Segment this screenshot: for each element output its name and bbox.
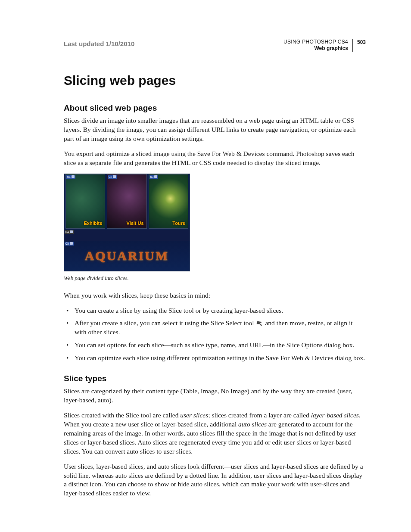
slice-04: 04 bbox=[64, 230, 190, 241]
header-divider bbox=[352, 39, 353, 52]
slice-tag-04: 04 bbox=[65, 230, 74, 234]
heading-slice-types: Slice types bbox=[64, 374, 366, 383]
slice-01: 01 Exhibits bbox=[65, 174, 105, 229]
slice-label-exhibits: Exhibits bbox=[84, 221, 103, 226]
slice-tag-01: 01 bbox=[66, 175, 75, 179]
slice-label-visit: Visit Us bbox=[127, 221, 144, 226]
bullet-2a: After you create a slice, you can select… bbox=[75, 319, 256, 327]
page-number: 503 bbox=[357, 39, 366, 52]
slice-tag-05: 05 bbox=[65, 242, 74, 246]
em-auto-slices: auto slices bbox=[238, 420, 267, 428]
page-title: Slicing web pages bbox=[64, 73, 366, 88]
doc-section: Web graphics bbox=[283, 45, 348, 52]
figure-image: 01 Exhibits 02 Visit Us 03 Tours 04 05 A… bbox=[64, 174, 190, 271]
doc-title: USING PHOTOSHOP CS4 bbox=[283, 39, 348, 45]
slice-tag-02: 02 bbox=[108, 175, 117, 179]
header-meta: USING PHOTOSHOP CS4 Web graphics bbox=[283, 39, 348, 52]
em-layer-based-slices: layer-based slices bbox=[311, 411, 359, 419]
slice-select-tool-icon bbox=[256, 320, 264, 326]
slice-tag-03: 03 bbox=[149, 175, 159, 179]
about-p3: When you work with slices, keep these ba… bbox=[64, 291, 366, 300]
slice-03: 03 Tours bbox=[149, 174, 188, 229]
page-header: Last updated 1/10/2010 USING PHOTOSHOP C… bbox=[64, 39, 366, 52]
bullet-3: You can set options for each slice—such … bbox=[64, 341, 366, 350]
header-right: USING PHOTOSHOP CS4 Web graphics 503 bbox=[283, 39, 366, 52]
about-p2: You export and optimize a sliced image u… bbox=[64, 149, 366, 168]
figure-caption: Web page divided into slices. bbox=[64, 275, 189, 282]
about-p1: Slices divide an image into smaller imag… bbox=[64, 116, 366, 143]
bullet-1: You can create a slice by using the Slic… bbox=[64, 306, 366, 315]
types-p1: Slices are categorized by their content … bbox=[64, 387, 366, 405]
slice-02: 02 Visit Us bbox=[107, 174, 146, 229]
figure-sliced-page: 01 Exhibits 02 Visit Us 03 Tours 04 05 A… bbox=[64, 174, 189, 282]
types-p2: Slices created with the Slice tool are c… bbox=[64, 411, 366, 456]
figure-logo-text: AQUARIUM bbox=[85, 249, 169, 263]
slice-05: 05 AQUARIUM bbox=[64, 241, 190, 271]
about-bullets: You can create a slice by using the Slic… bbox=[64, 306, 366, 363]
last-updated: Last updated 1/10/2010 bbox=[64, 40, 134, 47]
em-user-slices: user slices bbox=[180, 411, 208, 419]
heading-about: About sliced web pages bbox=[64, 103, 366, 113]
slice-label-tours: Tours bbox=[172, 221, 185, 226]
bullet-2: After you create a slice, you can select… bbox=[64, 319, 366, 337]
bullet-4: You can optimize each slice using differ… bbox=[64, 354, 366, 363]
types-p3: User slices, layer-based slices, and aut… bbox=[64, 462, 366, 498]
